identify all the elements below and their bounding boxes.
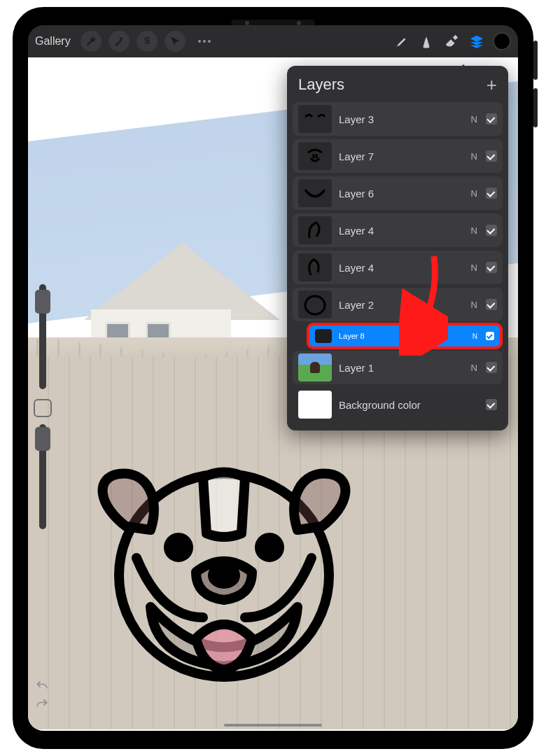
blend-mode-label[interactable]: N xyxy=(471,225,477,236)
blend-mode-label[interactable]: N xyxy=(471,151,477,162)
modify-dots[interactable] xyxy=(198,40,211,43)
blend-mode-label[interactable]: N xyxy=(471,114,477,125)
brush-size-slider[interactable] xyxy=(39,284,46,389)
layer-thumbnail xyxy=(298,179,332,207)
layer-name-label: Layer 1 xyxy=(339,362,464,374)
svg-point-1 xyxy=(169,538,188,557)
wand-icon xyxy=(113,36,125,47)
visibility-checkbox[interactable] xyxy=(486,399,497,410)
layer-row[interactable]: Layer 4N xyxy=(293,251,503,284)
layer-thumbnail xyxy=(298,216,332,244)
ipad-side-buttons xyxy=(533,41,538,136)
layer-thumbnail xyxy=(298,391,332,419)
smudge-tool[interactable] xyxy=(417,32,435,50)
undo-button[interactable] xyxy=(32,679,52,693)
layers-button[interactable] xyxy=(468,32,486,50)
layer-name-label: Layer 2 xyxy=(339,299,464,311)
smudge-icon xyxy=(419,34,434,49)
eraser-tool[interactable] xyxy=(442,32,461,50)
undo-icon xyxy=(35,679,49,693)
layer-thumbnail xyxy=(298,105,332,133)
layer-thumbnail xyxy=(315,329,332,343)
visibility-checkbox[interactable] xyxy=(486,299,497,310)
layer-row[interactable]: Background color xyxy=(293,388,503,421)
layer-name-label: Background color xyxy=(339,399,479,411)
layer-row[interactable]: Layer 6N xyxy=(293,176,503,210)
transform-button[interactable] xyxy=(164,31,186,52)
undo-redo-group xyxy=(32,675,52,715)
adjustments-button[interactable] xyxy=(108,31,130,52)
selection-button[interactable] xyxy=(136,31,158,52)
app-screen: Gallery xyxy=(28,25,518,731)
layers-icon xyxy=(469,34,484,49)
slider-thumb[interactable] xyxy=(35,427,50,451)
layer-row[interactable]: Layer 8N xyxy=(309,326,500,346)
blend-mode-label[interactable]: N xyxy=(471,300,477,310)
svg-point-3 xyxy=(213,567,235,584)
layer-row[interactable]: Layer 1N xyxy=(293,351,503,384)
wrench-icon xyxy=(85,36,97,47)
layers-popover: Layers + Layer 3NLayer 7NLayer 6NLayer 4… xyxy=(287,66,508,430)
svg-point-2 xyxy=(260,538,279,557)
visibility-checkbox[interactable] xyxy=(486,225,497,236)
layer-name-label: Layer 7 xyxy=(339,150,464,162)
visibility-checkbox[interactable] xyxy=(486,150,497,162)
layer-name-label: Layer 8 xyxy=(339,332,465,340)
layers-title: Layers xyxy=(298,76,344,94)
redo-icon xyxy=(35,697,49,711)
brush-opacity-slider[interactable] xyxy=(39,424,46,529)
blend-mode-label[interactable]: N xyxy=(471,262,477,273)
blend-mode-label[interactable]: N xyxy=(472,332,477,340)
add-layer-button[interactable]: + xyxy=(486,78,497,92)
dog-drawing xyxy=(84,435,364,715)
actions-button[interactable] xyxy=(80,31,102,52)
blend-mode-label[interactable]: N xyxy=(471,188,477,199)
layer-thumbnail xyxy=(298,290,332,318)
eraser-icon xyxy=(444,34,459,49)
cursor-icon xyxy=(169,36,181,47)
layer-thumbnail xyxy=(298,253,332,281)
ipad-frame: Gallery xyxy=(13,7,533,749)
visibility-checkbox[interactable] xyxy=(486,113,497,125)
layer-name-label: Layer 4 xyxy=(339,262,464,274)
visibility-checkbox[interactable] xyxy=(486,332,494,340)
color-picker[interactable] xyxy=(493,32,511,50)
redo-button[interactable] xyxy=(32,697,52,711)
top-toolbar: Gallery xyxy=(28,25,518,57)
layers-list: Layer 3NLayer 7NLayer 6NLayer 4NLayer 4N… xyxy=(287,102,508,421)
visibility-checkbox[interactable] xyxy=(486,262,497,273)
visibility-checkbox[interactable] xyxy=(486,362,497,373)
slider-thumb[interactable] xyxy=(35,290,50,314)
layer-name-label: Layer 3 xyxy=(339,113,464,125)
layer-thumbnail xyxy=(298,354,332,382)
selection-s-icon xyxy=(141,36,153,47)
layer-row[interactable]: Layer 2N xyxy=(293,288,503,321)
blend-mode-label[interactable]: N xyxy=(471,363,477,373)
layer-row[interactable]: Layer 7N xyxy=(293,139,503,173)
gallery-button[interactable]: Gallery xyxy=(35,35,71,48)
layer-row[interactable]: Layer 3N xyxy=(293,102,503,136)
layer-row[interactable]: Layer 4N xyxy=(293,214,503,247)
visibility-checkbox[interactable] xyxy=(486,188,497,199)
layer-name-label: Layer 6 xyxy=(339,188,464,200)
layer-name-label: Layer 4 xyxy=(339,225,464,237)
side-panel xyxy=(32,284,53,564)
brush-tool[interactable] xyxy=(392,32,410,50)
modify-button[interactable] xyxy=(34,399,52,417)
brush-icon xyxy=(393,34,409,49)
svg-point-4 xyxy=(305,296,325,314)
home-indicator xyxy=(224,724,322,727)
layer-thumbnail xyxy=(298,142,332,170)
